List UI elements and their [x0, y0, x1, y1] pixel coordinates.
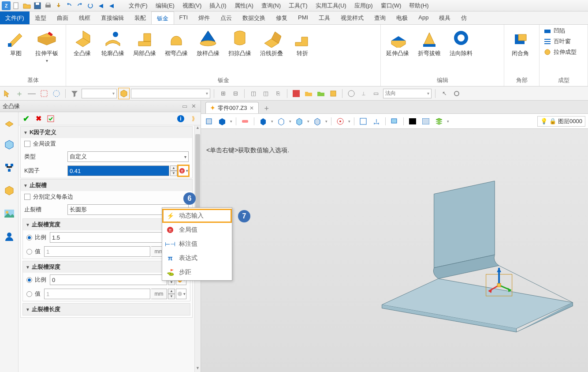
ribbon-fold[interactable]: 沿线折叠: [258, 26, 285, 58]
ct-eraser-icon[interactable]: [240, 116, 250, 127]
ct-dim-icon[interactable]: [371, 116, 382, 127]
ribbon-tab-shape[interactable]: 造型: [30, 11, 52, 24]
box-select-icon[interactable]: [39, 88, 49, 99]
type-select[interactable]: 自定义▾: [67, 151, 189, 162]
popup-step[interactable]: ⛳步距: [162, 265, 232, 279]
ribbon-sketch-button[interactable]: 草图: [4, 26, 28, 58]
ribbon-extend-flange[interactable]: 延伸凸缘: [384, 26, 411, 58]
ribbon-partial-flange[interactable]: 局部凸缘: [131, 26, 158, 58]
ct-iso-icon[interactable]: [294, 116, 305, 127]
minus-icon[interactable]: —: [26, 88, 37, 99]
ribbon-tab-tools[interactable]: 工具: [313, 11, 335, 24]
popup-dynamic[interactable]: ⚡动态输入: [162, 209, 232, 223]
selection-combo[interactable]: ▾: [131, 89, 210, 98]
cursor-icon[interactable]: [2, 88, 12, 99]
ribbon-tab-pmi[interactable]: PMI: [293, 11, 313, 24]
width-ratio-radio[interactable]: 比例: [26, 233, 46, 241]
depth-value-radio[interactable]: 值: [26, 290, 41, 298]
width-ratio-input[interactable]: 1.5: [50, 232, 167, 243]
folder2-icon[interactable]: [316, 88, 326, 99]
ribbon-full-flange[interactable]: 全凸缘: [70, 26, 94, 58]
filter-icon[interactable]: [69, 88, 80, 99]
expand-button[interactable]: ⟫: [187, 113, 199, 124]
ribbon-tab-direct[interactable]: 直接编辑: [96, 11, 129, 24]
menu-query[interactable]: 查询(N): [258, 1, 284, 11]
show-icon[interactable]: ◫: [248, 88, 259, 99]
ribbon-close-corner[interactable]: 闭合角: [508, 26, 532, 58]
panel-minimize-icon[interactable]: ▭: [180, 102, 189, 111]
config-icon[interactable]: [328, 88, 339, 99]
ribbon-tab-exchange[interactable]: 数据交换: [237, 11, 271, 24]
ct-home-icon[interactable]: [204, 116, 214, 127]
undo-icon[interactable]: [64, 1, 74, 11]
ct-layers-icon[interactable]: [389, 116, 400, 127]
tri-left-icon[interactable]: ◀: [96, 1, 106, 11]
ribbon-tab-more[interactable]: 仿: [456, 11, 472, 24]
folder-icon[interactable]: [303, 88, 314, 99]
side-tab-part[interactable]: [2, 138, 16, 152]
doc-tab-close-icon[interactable]: ✕: [249, 105, 254, 111]
ribbon-tab-inquire[interactable]: 查询: [369, 11, 391, 24]
side-tab-solid[interactable]: [2, 184, 16, 198]
lasso-icon[interactable]: [51, 88, 62, 99]
viewport[interactable]: <单击右键>获取数值输入选项.: [201, 129, 588, 372]
import-icon[interactable]: [54, 1, 63, 11]
ribbon-tab-weld[interactable]: 焊件: [193, 11, 215, 24]
ct-grid-icon[interactable]: [358, 116, 368, 127]
ribbon-tab-sheet[interactable]: 钣金: [151, 11, 174, 24]
ct-view-icon[interactable]: [217, 116, 227, 127]
tri-right-icon[interactable]: ◀: [107, 1, 116, 11]
menu-attr[interactable]: 属性(A): [231, 1, 257, 11]
popup-dim[interactable]: ⊢⊣标注值: [162, 237, 232, 251]
apply-button[interactable]: [45, 113, 56, 124]
ribbon-tab-mold[interactable]: 模具: [434, 11, 456, 24]
ct-wire-icon[interactable]: [276, 116, 287, 127]
ribbon-tab-heal[interactable]: 修复: [271, 11, 293, 24]
ribbon-dimple[interactable]: 凹陷: [543, 26, 577, 35]
menu-edit[interactable]: 编辑(E): [152, 1, 178, 11]
plane-icon[interactable]: ▭: [371, 88, 381, 99]
side-tab-sheet[interactable]: [2, 115, 16, 129]
ct-target-icon[interactable]: [335, 116, 346, 127]
refresh-icon[interactable]: [86, 1, 95, 11]
ribbon-tab-file[interactable]: 文件(F): [0, 11, 30, 24]
ribbon-tab-pointcloud[interactable]: 点云: [215, 11, 237, 24]
panel-close-icon[interactable]: ✕: [189, 102, 198, 111]
cancel-button[interactable]: ✖: [33, 113, 44, 124]
menu-window[interactable]: 窗口(W): [377, 1, 405, 11]
print-icon[interactable]: [43, 1, 53, 11]
popup-global[interactable]: π全局值: [162, 223, 232, 237]
side-tab-image[interactable]: [2, 207, 16, 221]
ribbon-loft-flange[interactable]: 放样凸缘: [195, 26, 221, 58]
depth-ratio-radio[interactable]: 比例: [26, 276, 46, 284]
align-icon[interactable]: ⊞: [218, 88, 228, 99]
box3d-icon[interactable]: [119, 88, 129, 99]
measure-icon[interactable]: ⟂: [358, 88, 369, 99]
per-edge-check[interactable]: 分别定义每条边: [24, 193, 73, 201]
ct-shade-icon[interactable]: [258, 116, 268, 127]
save-icon[interactable]: [33, 1, 42, 11]
plus-icon[interactable]: ＋: [14, 88, 25, 99]
redo-icon[interactable]: [75, 1, 85, 11]
ct-stack-icon[interactable]: [434, 116, 444, 127]
popup-expr[interactable]: π表达式: [162, 251, 232, 265]
open-icon[interactable]: [22, 1, 32, 11]
hide-icon[interactable]: ◫: [261, 88, 271, 99]
direction-combo[interactable]: 法向▾: [383, 89, 432, 98]
global-settings-check[interactable]: 全局设置: [24, 140, 56, 148]
depth-value-options[interactable]: [176, 289, 186, 299]
menu-help[interactable]: 帮助(H): [406, 1, 432, 11]
ribbon-jog[interactable]: 转折: [290, 26, 315, 58]
new-icon[interactable]: [11, 1, 21, 11]
ct-blue-swatch[interactable]: [421, 116, 431, 127]
ct-persp-icon[interactable]: [312, 116, 323, 127]
doc-tab[interactable]: ✦ 零件007.Z3 ✕: [205, 102, 259, 113]
gear-icon[interactable]: [451, 88, 462, 99]
side-tab-user[interactable]: [2, 229, 16, 244]
depth-ratio-input[interactable]: 0: [50, 274, 167, 285]
add-tab-button[interactable]: +: [261, 104, 272, 113]
k-options-button[interactable]: π: [178, 165, 189, 176]
ribbon-tab-wire[interactable]: 线框: [74, 11, 96, 24]
ribbon-louver[interactable]: 百叶窗: [543, 37, 577, 46]
ok-button[interactable]: ✔: [20, 113, 32, 124]
